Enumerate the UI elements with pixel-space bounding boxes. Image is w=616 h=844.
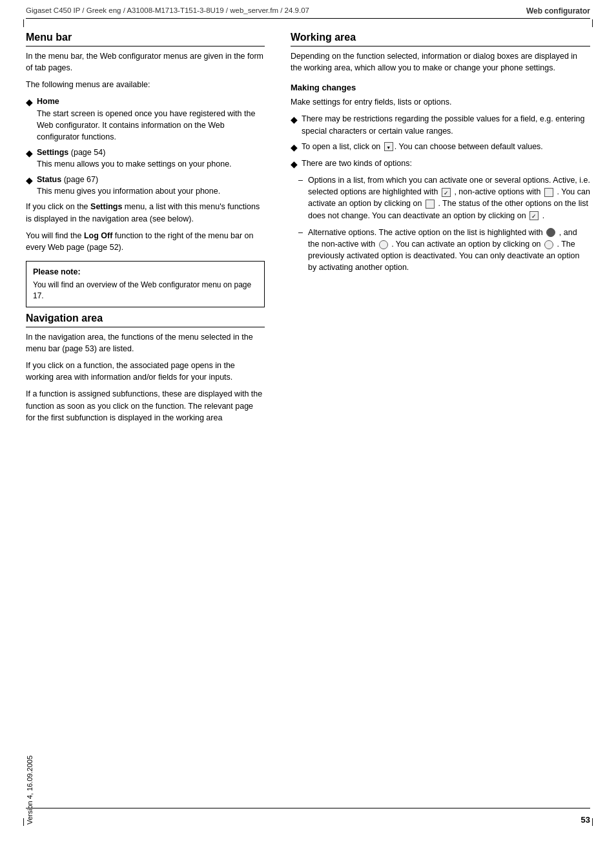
- open-list-text2: . You can choose between default values.: [395, 142, 543, 151]
- checked-icon-2: [529, 211, 539, 220]
- working-area-section: Working area Depending on the function s…: [291, 32, 590, 273]
- menu-bar-heading: Menu bar: [26, 32, 265, 46]
- dash2-text3: . You can activate an option by clicking…: [389, 240, 543, 249]
- footer-version: Version 4, 16.09.2005: [26, 756, 34, 825]
- menu-item-settings-title: Settings: [37, 148, 68, 157]
- unchecked-icon-2: [426, 200, 435, 209]
- menu-item-status-content: Status (page 67) This menu gives you inf…: [37, 174, 265, 197]
- note-box: Please note: You will find an overview o…: [26, 261, 265, 307]
- menu-item-settings-suffix: (page 54): [68, 148, 105, 157]
- dash-item-alt-options: – Alternative options. The active option…: [298, 227, 590, 274]
- corner-mark-tr: |: [591, 18, 593, 27]
- menu-item-status: ◆ Status (page 67) This menu gives you i…: [26, 174, 265, 197]
- content-area: Menu bar In the menu bar, the Web config…: [0, 19, 616, 455]
- menu-bar-section: Menu bar In the menu bar, the Web config…: [26, 32, 265, 307]
- menu-item-home-title: Home: [37, 97, 59, 106]
- para4-part1: You will find the: [26, 231, 84, 240]
- corner-mark-br: |: [591, 817, 593, 826]
- working-area-heading: Working area: [291, 32, 590, 46]
- dash-item-options-content: Options in a list, from which you can ac…: [308, 174, 590, 221]
- page: | | Gigaset C450 IP / Greek eng / A31008…: [0, 0, 616, 844]
- bullet-diamond-1: ◆: [291, 113, 298, 126]
- note-title: Please note:: [33, 267, 258, 278]
- dash1-text5: .: [540, 211, 544, 220]
- corner-mark-tl: |: [23, 18, 25, 27]
- radio-filled-icon: [546, 228, 555, 237]
- nav-para3: If a function is assigned subfunctions, …: [26, 388, 265, 423]
- menu-bar-para4: You will find the Log Off function to th…: [26, 230, 265, 253]
- para3-settings: Settings: [90, 202, 122, 211]
- header-left: Gigaset C450 IP / Greek eng / A31008-M17…: [26, 6, 309, 14]
- radio-icon-2: [544, 240, 553, 249]
- bullet-diamond-3: ◆: [291, 158, 298, 170]
- footer: Version 4, 16.09.2005 53: [0, 756, 616, 825]
- bullet-open-list-content: To open a list, click on . You can choos…: [302, 141, 590, 152]
- bullet-restrictions: ◆ There may be restrictions regarding th…: [291, 113, 590, 136]
- menu-bar-para3: If you click on the Settings menu, a lis…: [26, 201, 265, 224]
- header-right: Web configurator: [526, 6, 590, 15]
- radio-icon-1: [379, 240, 388, 249]
- menu-item-settings-body: This menu allows you to make settings on…: [37, 160, 232, 169]
- left-column: Menu bar In the menu bar, the Web config…: [26, 32, 265, 429]
- bullet-two-kinds-text: There are two kinds of options:: [302, 158, 590, 169]
- dash-item-options: – Options in a list, from which you can …: [298, 174, 590, 221]
- menu-item-status-body: This menu gives you information about yo…: [37, 187, 220, 196]
- dash-sym-1: –: [298, 174, 303, 186]
- unchecked-icon-1: [544, 188, 553, 197]
- bullet-diamond-2: ◆: [291, 141, 298, 154]
- menu-item-home-content: Home The start screen is opened once you…: [37, 96, 265, 143]
- making-changes-heading: Making changes: [291, 83, 590, 92]
- menu-item-status-title: Status: [37, 175, 61, 184]
- making-changes-para1: Make settings for entry fields, lists or…: [291, 96, 590, 108]
- corner-mark-bl: |: [23, 817, 25, 826]
- dash-item-alt-content: Alternative options. The active option o…: [308, 227, 590, 274]
- header: Gigaset C450 IP / Greek eng / A31008-M17…: [0, 0, 616, 15]
- right-column: Working area Depending on the function s…: [291, 32, 590, 429]
- footer-page: 53: [581, 815, 590, 825]
- menu-item-settings-content: Settings (page 54) This menu allows you …: [37, 147, 265, 170]
- navigation-area-heading: Navigation area: [26, 313, 265, 327]
- menu-bar-para1: In the menu bar, the Web configurator me…: [26, 50, 265, 74]
- menu-item-settings: ◆ Settings (page 54) This menu allows yo…: [26, 147, 265, 170]
- dash-sym-2: –: [298, 227, 303, 238]
- nav-para1: In the navigation area, the functions of…: [26, 331, 265, 355]
- checked-icon-1: [442, 188, 451, 197]
- bullet-diamond-home: ◆: [26, 96, 33, 108]
- note-body: You will find an overview of the Web con…: [33, 280, 251, 300]
- bullet-diamond-status: ◆: [26, 174, 33, 187]
- bullet-open-list: ◆ To open a list, click on . You can cho…: [291, 141, 590, 154]
- menu-bar-para2: The following menus are available:: [26, 79, 265, 90]
- nav-para2: If you click on a function, the associat…: [26, 360, 265, 383]
- dash1-text2: , non-active options with: [452, 187, 543, 196]
- dash2-text1: Alternative options. The active option o…: [308, 228, 545, 237]
- menu-item-status-suffix: (page 67): [61, 175, 98, 184]
- open-list-text1: To open a list, click on: [302, 142, 383, 151]
- bullet-two-kinds: ◆ There are two kinds of options:: [291, 158, 590, 170]
- working-area-para1: Depending on the function selected, info…: [291, 50, 590, 74]
- bullet-restrictions-text: There may be restrictions regarding the …: [302, 113, 590, 136]
- menu-item-home-body: The start screen is opened once you have…: [37, 109, 255, 141]
- para4-logoff: Log Off: [84, 231, 112, 240]
- navigation-area-section: Navigation area In the navigation area, …: [26, 313, 265, 424]
- dropdown-icon: [384, 142, 393, 151]
- para3-part1: If you click on the: [26, 202, 90, 211]
- menu-item-home: ◆ Home The start screen is opened once y…: [26, 96, 265, 143]
- bullet-diamond-settings: ◆: [26, 147, 33, 160]
